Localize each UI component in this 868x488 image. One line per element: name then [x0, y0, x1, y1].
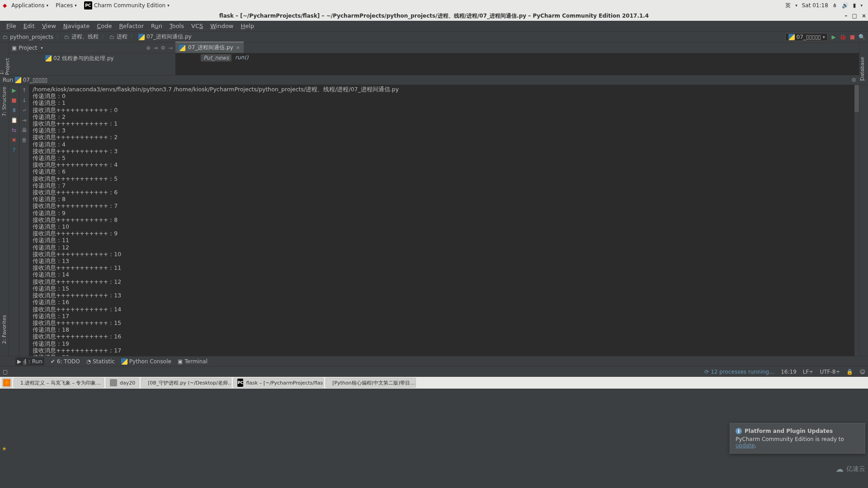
crumb-folder-2[interactable]: 🗀进程 — [109, 33, 127, 41]
tab-structure[interactable]: 7: Structure — [1, 87, 7, 116]
active-app-menu[interactable]: PC Charm Community Edition ▾ — [81, 0, 172, 10]
taskbar-item-5[interactable]: [Python核心编程(中文第二版)带目… — [326, 378, 416, 388]
code-breadcrumb-1[interactable]: Put_news — [201, 54, 231, 61]
python-file-icon — [15, 77, 21, 83]
tab-database[interactable]: Database — [859, 57, 865, 81]
menu-navigate[interactable]: Navigate — [60, 22, 93, 30]
taskbar-item-4[interactable]: PCflask – [~/PycharmProjects/flask] … — [233, 378, 324, 388]
menu-view[interactable]: View — [38, 22, 60, 30]
settings-icon[interactable]: ⚙ — [160, 45, 165, 51]
status-bar-toggle-icon[interactable]: ▢ — [3, 369, 8, 375]
lock-icon[interactable]: 🔒 — [846, 369, 853, 375]
battery-icon[interactable]: ▮ — [853, 2, 856, 9]
code-breadcrumb-2[interactable]: run() — [235, 54, 249, 61]
down-icon[interactable]: ↓ — [21, 97, 28, 104]
console-output[interactable]: /home/kiosk/anaconda3/envs/flask/bin/pyt… — [29, 85, 859, 356]
network-icon[interactable]: ⋔ — [833, 2, 837, 9]
dump-threads-icon[interactable]: 📋 — [10, 117, 18, 124]
dropdown-icon[interactable]: ▾ — [41, 46, 43, 50]
tab-statistic[interactable]: ◔ Statistic — [86, 358, 115, 365]
info-icon: i — [736, 428, 742, 434]
menu-run[interactable]: Run — [147, 22, 166, 30]
status-bar: ▢ ⟳ 12 processes running… 16:19 LF÷ UTF-… — [0, 366, 868, 377]
input-method-indicator[interactable]: 英 — [785, 2, 791, 9]
tab-favorites[interactable]: 2: Favorites — [1, 315, 7, 344]
editor-tab-active[interactable]: 07_进程间通信.py × — [175, 42, 244, 53]
os-taskbar: 1.进程定义 – 马克飞象 – 专为印象… day20 [08_守护进程.py … — [0, 377, 868, 389]
run-button[interactable]: ▶ — [831, 34, 835, 40]
collapse-all-icon[interactable]: ⇥ — [153, 45, 158, 51]
update-link[interactable]: update — [736, 442, 755, 449]
run-config-selector[interactable]: 07_▯▯▯▯▯ ▾ — [785, 33, 828, 41]
menu-code[interactable]: Code — [93, 22, 115, 30]
search-everywhere-button[interactable]: 🔍 — [859, 34, 865, 40]
settings-icon[interactable]: ⚙ — [851, 77, 856, 83]
stop-button[interactable]: ■ — [10, 97, 18, 104]
caret-position[interactable]: 16:19 — [781, 369, 797, 375]
close-button[interactable]: × — [862, 13, 866, 19]
debug-button[interactable]: 🐞 — [840, 34, 846, 40]
crumb-file[interactable]: 07_进程间通信.py — [138, 33, 192, 41]
minimize-button[interactable]: – — [845, 13, 848, 19]
menu-edit[interactable]: Edit — [20, 22, 38, 30]
pycharm-icon: PC — [237, 379, 243, 387]
console-scrollbar[interactable] — [854, 85, 859, 356]
close-tab-icon[interactable]: × — [236, 45, 240, 51]
taskbar-firefox[interactable] — [2, 378, 12, 388]
scroll-to-end-icon[interactable]: ⇥ — [21, 117, 28, 124]
line-separator[interactable]: LF÷ — [803, 369, 814, 375]
places-menu[interactable]: Places ▾ — [53, 1, 80, 9]
tab-python-console[interactable]: Python Console — [121, 358, 171, 365]
crumb-root[interactable]: 🗀python_projects — [3, 34, 53, 40]
restore-layout-icon[interactable]: ⇆ — [10, 127, 18, 134]
folder-icon: 🗀 — [3, 34, 8, 40]
notification-balloon[interactable]: iPlatform and Plugin Updates PyCharm Com… — [730, 423, 865, 454]
window-title-bar: flask – [~/PycharmProjects/flask] – ~/Py… — [0, 11, 868, 21]
navigation-bar: 🗀python_projects〉 🗀进程、线程〉 🗀进程〉 07_进程间通信.… — [0, 32, 868, 42]
up-icon[interactable]: ↑ — [21, 87, 28, 94]
volume-icon[interactable]: 🔊 — [842, 2, 849, 9]
tab-run[interactable]: ▶ 4: 4: RunRun — [15, 357, 44, 366]
run-toolbar-left-2: ↑ ↓ ⤶ ⇥ 🖶 🗑 — [19, 85, 29, 356]
right-tool-stripe: Database — [859, 53, 868, 75]
clock[interactable]: Sat 01:18 — [802, 2, 828, 9]
tab-terminal[interactable]: ▣ Terminal — [178, 358, 208, 365]
taskbar-item-3[interactable]: [08_守护进程.py (~/Desktop/老师… — [141, 378, 231, 388]
rerun-button[interactable]: ▶ — [10, 87, 18, 94]
stop-button[interactable]: ■ — [850, 34, 855, 40]
notification-title: Platform and Plugin Updates — [745, 428, 833, 434]
menu-refactor[interactable]: Refactor — [115, 22, 147, 30]
pause-button[interactable]: ⏸ — [10, 107, 18, 114]
menu-tools[interactable]: Tools — [166, 22, 188, 30]
clear-icon[interactable]: 🗑 — [21, 136, 28, 144]
menu-vcs[interactable]: VCS — [188, 22, 207, 30]
menu-window[interactable]: Window — [207, 22, 237, 30]
hektor-icon[interactable]: ☺ — [859, 369, 865, 375]
scroll-to-source-icon[interactable]: ⊕ — [146, 45, 151, 51]
soft-wrap-icon[interactable]: ⤶ — [21, 107, 28, 114]
help-icon[interactable]: ? — [10, 146, 18, 154]
tab-todo[interactable]: ✔ 6: TODO — [51, 358, 80, 365]
background-tasks[interactable]: ⟳ 12 processes running… — [704, 369, 774, 375]
menu-file[interactable]: File — [3, 22, 20, 30]
maximize-button[interactable]: □ — [852, 13, 857, 19]
cloud-icon: ☁ — [835, 464, 844, 474]
editor-area[interactable]: Put_news run() — [175, 53, 859, 75]
crumb-folder-1[interactable]: 🗀进程、线程 — [64, 33, 99, 41]
print-icon[interactable]: 🖶 — [21, 127, 28, 134]
taskbar-item-1[interactable]: 1.进程定义 – 马克飞象 – 专为印象… — [14, 378, 104, 388]
close-icon[interactable]: ✖ — [10, 136, 18, 144]
menu-help[interactable]: Help — [237, 22, 258, 30]
file-encoding[interactable]: UTF-8÷ — [820, 369, 840, 375]
python-icon — [121, 358, 127, 365]
python-file-icon — [788, 34, 795, 40]
run-header-label: Run 07_▯▯▯▯▯ — [3, 77, 47, 84]
python-file-icon — [138, 34, 145, 40]
taskbar-item-2[interactable]: day20 — [106, 378, 139, 388]
project-tree-item[interactable]: 02 线程参与的批处理.py — [9, 53, 175, 63]
project-view-selector[interactable]: ▣ Project — [12, 45, 37, 51]
applications-menu[interactable]: Applications ▾ — [9, 1, 51, 9]
firefox-icon — [3, 379, 10, 386]
hide-icon[interactable]: → — [168, 45, 173, 51]
tab-project[interactable]: 1: Project — [0, 55, 10, 75]
